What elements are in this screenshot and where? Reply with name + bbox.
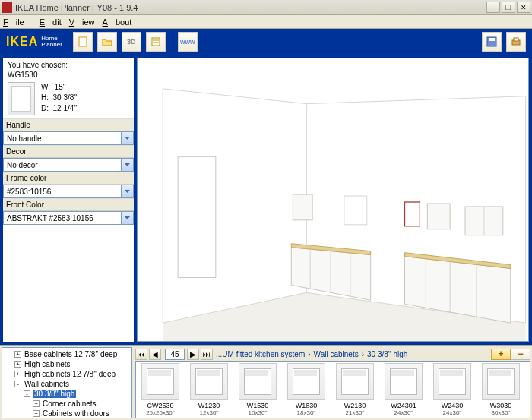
expand-icon[interactable]: + bbox=[14, 371, 21, 377]
frame-color-select[interactable] bbox=[3, 185, 122, 198]
tree-label: High cabinets bbox=[24, 360, 71, 368]
tree-item[interactable]: -Wall cabinets bbox=[2, 379, 131, 389]
list-button[interactable] bbox=[146, 32, 166, 52]
svg-rect-17 bbox=[293, 194, 312, 220]
svg-rect-24 bbox=[404, 202, 420, 226]
crumb-0[interactable]: ...UM fitted kitchen system bbox=[216, 350, 305, 358]
print-button[interactable] bbox=[506, 32, 526, 52]
maximize-button[interactable]: ❐ bbox=[502, 2, 515, 13]
chosen-model: WG1530 bbox=[8, 71, 129, 79]
handle-select[interactable] bbox=[3, 131, 122, 145]
logo-subtitle: HomePlanner bbox=[41, 36, 62, 48]
gallery-item-dim: 21x30'' bbox=[346, 409, 365, 416]
svg-rect-7 bbox=[514, 38, 518, 41]
save-button[interactable] bbox=[482, 32, 502, 52]
crumb-1[interactable]: Wall cabinets bbox=[314, 350, 359, 358]
logo: IKEA bbox=[6, 35, 38, 49]
svg-rect-0 bbox=[79, 37, 87, 46]
tree-item[interactable]: +Corner cabinets bbox=[2, 399, 131, 409]
3d-button[interactable]: 3D bbox=[122, 32, 141, 52]
prop-frame-color: Frame color bbox=[3, 172, 134, 198]
tree-label: Cabinets with doors bbox=[42, 409, 110, 418]
close-button[interactable]: ✕ bbox=[517, 2, 530, 13]
app-icon bbox=[2, 2, 12, 13]
tree-item[interactable]: +Base cabinets 12 7/8'' deep bbox=[2, 349, 131, 359]
nav-prev-button[interactable]: ◀ bbox=[149, 349, 161, 360]
menu-view[interactable]: View bbox=[69, 17, 95, 27]
gallery-item[interactable]: W243024x30'' bbox=[429, 363, 475, 416]
tree-item[interactable]: -30 3/8'' high bbox=[2, 389, 131, 399]
item-gallery: CW253025x25x30''W123012x30''W153015x30''… bbox=[135, 361, 530, 418]
category-tree[interactable]: +Base cabinets 12 7/8'' deep+High cabine… bbox=[2, 347, 132, 418]
cabinet-thumbnail bbox=[239, 363, 277, 400]
gallery-item[interactable]: W183018x30'' bbox=[283, 363, 329, 416]
cabinet-thumbnail bbox=[433, 363, 471, 400]
minimize-button[interactable]: _ bbox=[486, 2, 500, 13]
menu-bar: File Edit View About bbox=[0, 15, 532, 29]
open-button[interactable] bbox=[97, 32, 117, 52]
crumb-2[interactable]: 30 3/8'' high bbox=[367, 350, 407, 358]
gallery-item-name: W1530 bbox=[247, 402, 269, 409]
chevron-down-icon[interactable] bbox=[122, 211, 134, 225]
gallery-item[interactable]: CW253025x25x30'' bbox=[138, 363, 183, 416]
gallery-item[interactable]: W2430124x30'' bbox=[381, 363, 426, 416]
toolbar: IKEA HomePlanner 3D WWW bbox=[0, 29, 532, 55]
svg-marker-9 bbox=[163, 89, 306, 323]
gallery-item[interactable]: W153015x30'' bbox=[235, 363, 280, 416]
nav-last-button[interactable]: ⏭ bbox=[201, 349, 213, 360]
front-color-select[interactable] bbox=[3, 211, 122, 225]
gallery-item[interactable]: W213021x30'' bbox=[332, 363, 378, 416]
zoom-in-button[interactable]: + bbox=[491, 349, 511, 360]
zoom-out-button[interactable]: − bbox=[511, 349, 530, 360]
tree-label: Wall cabinets bbox=[24, 380, 70, 388]
cabinet-thumbnail bbox=[190, 363, 228, 400]
gallery-item-dim: 24x30'' bbox=[443, 409, 462, 416]
expand-icon[interactable]: - bbox=[24, 390, 30, 397]
www-button[interactable]: WWW bbox=[178, 32, 198, 52]
nav-first-button[interactable]: ⏮ bbox=[135, 349, 147, 360]
chevron-down-icon[interactable] bbox=[122, 131, 134, 145]
expand-icon[interactable]: + bbox=[14, 351, 21, 358]
gallery-item[interactable]: W303030x30'' bbox=[478, 363, 524, 416]
tree-label: 30 3/8'' high bbox=[33, 390, 76, 398]
tree-label: Base cabinets 12 7/8'' deep bbox=[24, 350, 118, 358]
menu-file[interactable]: File bbox=[3, 17, 32, 27]
decor-select[interactable] bbox=[3, 158, 122, 172]
gallery-item-dim: 24x30'' bbox=[394, 409, 413, 416]
gallery-item-name: W24301 bbox=[391, 402, 416, 409]
title-bar: IKEA Home Planner FY08 - 1.9.4 _ ❐ ✕ bbox=[0, 0, 532, 15]
menu-edit[interactable]: Edit bbox=[40, 17, 62, 27]
tree-label: Corner cabinets bbox=[42, 399, 97, 408]
tree-item[interactable]: +High cabinets 12 7/8'' deep bbox=[2, 369, 131, 379]
gallery-item-dim: 25x25x30'' bbox=[146, 409, 175, 416]
cabinet-thumbnail bbox=[287, 363, 325, 400]
3d-viewport[interactable] bbox=[137, 58, 529, 342]
svg-rect-6 bbox=[512, 40, 520, 45]
expand-icon[interactable]: + bbox=[33, 400, 40, 407]
cabinet-thumbnail bbox=[385, 363, 423, 400]
breadcrumb-bar: ⏮ ◀ 45 ▶ ⏭ ...UM fitted kitchen system ›… bbox=[135, 347, 530, 361]
page-number: 45 bbox=[165, 349, 185, 360]
gallery-item-name: CW2530 bbox=[147, 402, 173, 409]
nav-next-button[interactable]: ▶ bbox=[187, 349, 199, 360]
expand-icon[interactable]: + bbox=[14, 361, 21, 368]
tree-item[interactable]: +Cabinets with doors bbox=[2, 409, 131, 418]
chosen-thumbnail bbox=[8, 82, 35, 115]
prop-decor: Decor bbox=[3, 145, 134, 172]
gallery-item-name: W1230 bbox=[198, 402, 220, 409]
chevron-down-icon[interactable] bbox=[122, 185, 134, 198]
chosen-label: You have chosen: bbox=[8, 61, 129, 69]
expand-icon[interactable]: - bbox=[14, 381, 21, 387]
expand-icon[interactable]: + bbox=[33, 410, 40, 417]
window-title: IKEA Home Planner FY08 - 1.9.4 bbox=[15, 3, 138, 12]
gallery-item-dim: 30x30'' bbox=[492, 409, 511, 416]
gallery-item[interactable]: W123012x30'' bbox=[186, 363, 232, 416]
svg-rect-18 bbox=[344, 196, 367, 225]
svg-rect-5 bbox=[489, 38, 495, 41]
new-button[interactable] bbox=[73, 32, 93, 52]
tree-item[interactable]: +High cabinets bbox=[2, 359, 131, 369]
gallery-item-name: W2130 bbox=[344, 402, 366, 409]
svg-rect-1 bbox=[152, 38, 160, 46]
menu-about[interactable]: About bbox=[103, 17, 132, 27]
chevron-down-icon[interactable] bbox=[122, 158, 134, 172]
